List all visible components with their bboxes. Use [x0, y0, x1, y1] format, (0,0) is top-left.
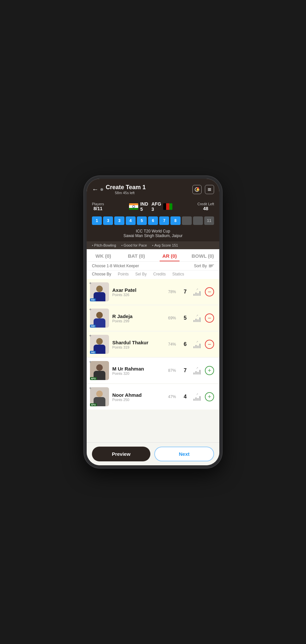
bottom-bar: Preview Next [87, 442, 219, 465]
pitch-item-3: •Avg Score 151 [152, 243, 178, 247]
player-credits: 5 [181, 315, 189, 321]
player-name: Axar Patel [112, 287, 163, 293]
player-points: Points 326 [112, 293, 163, 297]
player-credits: 7 [181, 368, 189, 373]
choose-statics[interactable]: Statics [172, 272, 184, 276]
menu-icon[interactable] [205, 185, 214, 194]
slot-2: 3 [103, 216, 113, 225]
remove-button[interactable]: − [205, 340, 214, 349]
player-row[interactable]: ✦ AFG M Ur Rahman Points 320 87% 7 [87, 358, 219, 383]
player-credits: 6 [181, 341, 189, 347]
pitch-item-1: •Pitch-Bowling [92, 243, 116, 247]
add-button[interactable]: + [205, 366, 214, 375]
star-icon: ✦ [89, 307, 92, 312]
slot-5: 5 [137, 216, 147, 225]
star-icon: ✦ [89, 360, 92, 364]
player-sel-pct: 87% [166, 368, 178, 373]
player-credits: 7 [181, 289, 189, 295]
position-slots: 1 3 3 4 5 6 7 8 11 [87, 214, 219, 228]
team-badge: IND [90, 351, 96, 354]
slot-7: 7 [159, 216, 169, 225]
slot-9 [182, 216, 192, 225]
slot-4: 4 [126, 216, 136, 225]
competition: ICC T20 World Cup [92, 229, 214, 233]
player-name: Noor Ahmad [112, 392, 163, 398]
team-ind: IND 5 [129, 201, 148, 212]
pitch-item-2: •Good for Pace [121, 243, 147, 247]
player-name: Shardul Thakur [112, 340, 163, 345]
svg-rect-4 [208, 189, 211, 190]
slot-6: 6 [148, 216, 158, 225]
pitch-info: •Pitch-Bowling •Good for Pace •Avg Score… [87, 241, 219, 249]
star-icon: ✦ [89, 386, 92, 391]
players-count: Players 8/11 [92, 202, 104, 211]
team-badge: IND [90, 298, 96, 301]
header: ← Create Team 1 58m 45s left 🔔 [87, 179, 219, 199]
player-row[interactable]: ✦ IND Shardul Thakur Points 319 74% 6 [87, 332, 219, 357]
filter-text: Choose 1-8 Wicket Keeper [92, 264, 139, 268]
player-row[interactable]: ✦ IND R Jadeja Points 299 69% 5 [87, 305, 219, 331]
team-badge: AFG [90, 403, 97, 406]
timer: 58m 45s left [115, 191, 192, 195]
sort-by-btn[interactable]: Sort By [194, 264, 214, 268]
stats-icon[interactable]: ↗ [192, 288, 202, 296]
preview-button[interactable]: Preview [92, 447, 150, 461]
page-title: Create Team 1 [106, 184, 192, 191]
slot-1: 1 [92, 216, 102, 225]
player-sel-pct: 74% [166, 342, 178, 347]
sort-icon [209, 265, 214, 268]
slot-3: 3 [114, 216, 124, 225]
player-credits: 4 [181, 394, 189, 400]
player-sel-pct: 69% [166, 316, 178, 320]
add-button[interactable]: + [205, 392, 214, 401]
player-points: Points 299 [112, 319, 163, 323]
team-afg: AFG 3 [151, 201, 172, 212]
stats-icon[interactable]: ↗ [192, 367, 202, 374]
stats-icon[interactable]: ↗ [192, 340, 202, 348]
tab-bat[interactable]: BAT (0) [120, 249, 153, 261]
back-arrow-icon: ← [92, 186, 98, 193]
slot-11: 11 [204, 216, 214, 225]
player-name: M Ur Rahman [112, 366, 163, 372]
stats-icon[interactable]: ↗ [192, 393, 202, 401]
slot-10 [193, 216, 203, 225]
choose-row: Choose By Points Sel By Credits Statics [87, 271, 219, 279]
tab-bowl[interactable]: BOWL (0) [186, 249, 219, 261]
stadium: Sawai Man Singh Stadium, Jaipur [92, 233, 214, 238]
svg-rect-3 [208, 188, 211, 189]
player-points: Points 319 [112, 345, 163, 349]
player-row[interactable]: ✦ AFG Noor Ahmad Points 250 47% 4 [87, 384, 219, 410]
player-sel-pct: 47% [166, 394, 178, 399]
tab-wk[interactable]: WK (0) [87, 249, 120, 261]
player-points: Points 250 [112, 398, 163, 402]
filter-row: Choose 1-8 Wicket Keeper Sort By [87, 262, 219, 271]
tab-ar[interactable]: AR (0) [153, 249, 186, 261]
choose-selby[interactable]: Sel By [135, 272, 147, 276]
slot-8: 8 [170, 216, 180, 225]
player-row[interactable]: ✦ IND Axar Patel Points 326 78% 7 [87, 279, 219, 305]
stats-icon[interactable]: ↗ [192, 314, 202, 322]
match-info: Players 8/11 IND 5 AF [87, 199, 219, 214]
star-icon: ✦ [89, 333, 92, 338]
venue-info: ICC T20 World Cup Sawai Man Singh Stadiu… [87, 228, 219, 241]
remove-button[interactable]: − [205, 313, 214, 323]
choose-credits[interactable]: Credits [153, 272, 166, 276]
choose-points[interactable]: Points [118, 272, 129, 276]
player-name: R Jadeja [112, 313, 163, 319]
remove-button[interactable]: − [205, 287, 214, 296]
svg-rect-5 [208, 190, 211, 191]
notification-icon[interactable]: 🔔 [192, 185, 202, 194]
next-button[interactable]: Next [154, 447, 214, 461]
credit-info: Credit Left 48 [197, 202, 214, 211]
star-icon: ✦ [89, 281, 92, 286]
team-badge: IND [90, 325, 96, 328]
player-list: ✦ IND Axar Patel Points 326 78% 7 [87, 279, 219, 442]
player-points: Points 320 [112, 372, 163, 375]
tabs-section: WK (0) BAT (0) AR (0) BOWL (0) [87, 249, 219, 262]
team-badge: AFG [90, 377, 97, 380]
svg-text:🔔: 🔔 [196, 188, 199, 191]
back-button[interactable]: ← [92, 186, 103, 193]
player-sel-pct: 78% [166, 290, 178, 294]
